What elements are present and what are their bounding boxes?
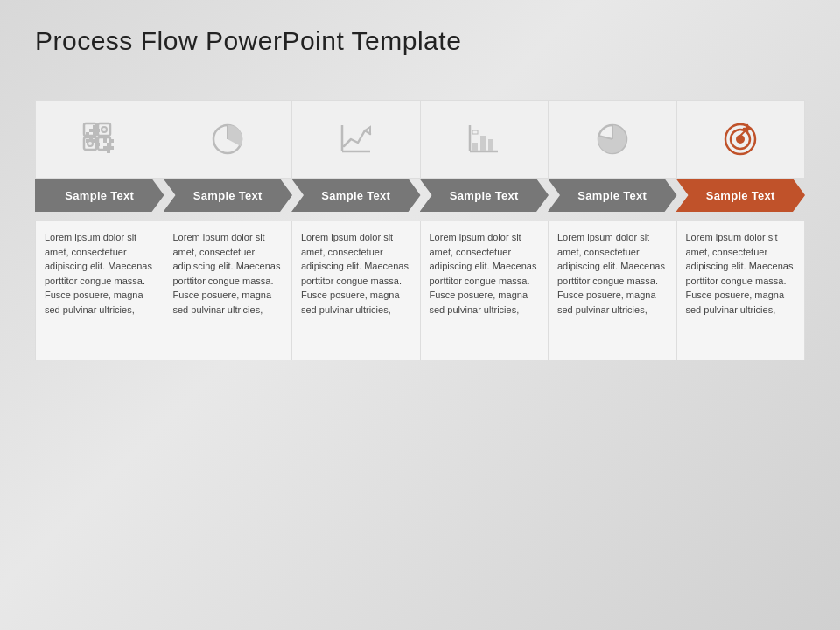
step-1: Sample Text Lorem ipsum dolor sit amet, … <box>35 100 164 360</box>
svg-point-5 <box>88 141 93 146</box>
icon-box-3 <box>291 100 421 178</box>
page-title: Process Flow PowerPoint Template <box>35 26 805 56</box>
step-4: Sample Text Lorem ipsum dolor sit amet, … <box>420 100 550 360</box>
line-chart-icon <box>335 118 377 160</box>
description-text-5: Lorem ipsum dolor sit amet, consectetuer… <box>557 230 668 317</box>
description-text-2: Lorem ipsum dolor sit amet, consectetuer… <box>173 230 284 317</box>
step-2: Sample Text Lorem ipsum dolor sit amet, … <box>164 100 293 360</box>
svg-rect-15 <box>472 130 478 134</box>
svg-rect-13 <box>480 136 486 151</box>
description-box-2: Lorem ipsum dolor sit amet, consectetuer… <box>164 220 293 360</box>
step-5: Sample Text Lorem ipsum dolor sit amet, … <box>548 100 677 360</box>
arrow-label-1: Sample Text <box>35 178 164 212</box>
arrow-label-5: Sample Text <box>548 178 677 212</box>
icon-box-1 <box>35 100 164 178</box>
arrow-label-3: Sample Text <box>291 178 421 212</box>
pie-icon <box>206 118 248 160</box>
icon-box-4 <box>420 100 550 178</box>
slide: Process Flow PowerPoint Template <box>0 0 840 630</box>
description-text-1: Lorem ipsum dolor sit amet, consectetuer… <box>45 230 155 317</box>
description-box-3: Lorem ipsum dolor sit amet, consectetuer… <box>291 220 421 360</box>
step-3: Sample Text Lorem ipsum dolor sit amet, … <box>291 100 421 360</box>
pie2-icon <box>592 118 634 160</box>
description-box-6: Lorem ipsum dolor sit amet, consectetuer… <box>676 220 806 360</box>
arrow-label-6: Sample Text <box>676 178 806 212</box>
description-box-5: Lorem ipsum dolor sit amet, consectetuer… <box>548 220 677 360</box>
arrow-label-4: Sample Text <box>420 178 550 212</box>
svg-point-4 <box>102 127 107 132</box>
arrow-label-2: Sample Text <box>164 178 293 212</box>
puzzle-icon <box>79 118 121 160</box>
svg-rect-12 <box>472 143 478 151</box>
description-text-4: Lorem ipsum dolor sit amet, consectetuer… <box>430 230 540 317</box>
target-icon <box>719 118 761 160</box>
step-6: Sample Text Lorem ipsum dolor sit amet, … <box>676 100 806 360</box>
bar-chart-icon <box>463 118 505 160</box>
description-text-3: Lorem ipsum dolor sit amet, consectetuer… <box>301 230 411 317</box>
icon-box-5 <box>548 100 677 178</box>
icon-box-2 <box>164 100 293 178</box>
description-box-4: Lorem ipsum dolor sit amet, consectetuer… <box>420 220 550 360</box>
flow-container: Sample Text Lorem ipsum dolor sit amet, … <box>35 100 805 360</box>
description-box-1: Lorem ipsum dolor sit amet, consectetuer… <box>35 220 164 360</box>
icon-box-6 <box>676 100 806 178</box>
description-text-6: Lorem ipsum dolor sit amet, consectetuer… <box>686 230 796 317</box>
svg-rect-14 <box>488 139 494 151</box>
